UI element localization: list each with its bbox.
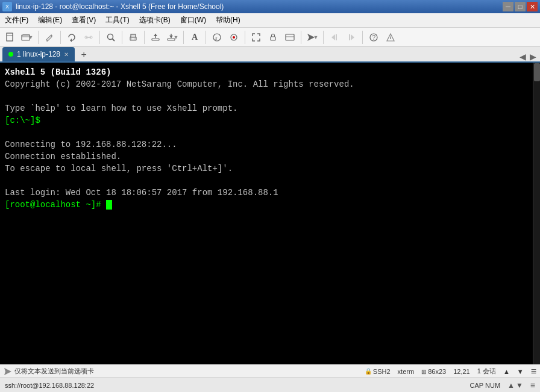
toolbar-compose-btn[interactable]	[282, 30, 298, 45]
toolbar: ▼ ▼ A s ▼	[0, 28, 540, 47]
tab-nav-right[interactable]: ▶	[529, 52, 538, 61]
send-icon	[4, 367, 12, 376]
toolbar-upload-btn[interactable]	[148, 30, 163, 45]
terminal-line-1: Xshell 5 (Build 1326)	[5, 66, 528, 78]
statusbar-cursor-pos: 12,21	[453, 368, 470, 375]
close-button[interactable]: ✕	[527, 2, 538, 11]
terminal-line-4: Type `help' to learn how to use Xshell p…	[5, 102, 528, 114]
maximize-button[interactable]: □	[515, 2, 526, 11]
svg-rect-23	[271, 37, 275, 40]
terminal-line-2: Copyright (c) 2002-2017 NetSarang Comput…	[5, 78, 528, 90]
svg-marker-18	[169, 36, 173, 38]
menu-file[interactable]: 文件(F)	[0, 13, 33, 27]
svg-marker-4	[70, 39, 72, 42]
terminal-line-11: Last login: Wed Oct 18 18:06:57 2017 fro…	[5, 187, 528, 199]
terminal-container: Xshell 5 (Build 1326) Copyright (c) 2002…	[0, 63, 540, 364]
toolbar-open-btn[interactable]: ▼	[19, 30, 35, 45]
svg-marker-29	[351, 34, 354, 40]
statusbar-cols-rows: ⊞ 86x23	[421, 368, 446, 375]
svg-text:?: ?	[372, 34, 376, 41]
toolbar-info-btn[interactable]	[383, 30, 398, 45]
infobar-cap-num: CAP NUM	[470, 382, 501, 389]
toolbar-script-btn[interactable]: s	[209, 30, 225, 45]
toolbar-prev-btn[interactable]	[327, 30, 342, 45]
menu-tabs[interactable]: 选项卡(B)	[134, 13, 175, 27]
svg-rect-30	[349, 34, 350, 40]
statusbar-down-arrow[interactable]: ▼	[517, 368, 524, 375]
tab-nav-left[interactable]: ◀	[518, 52, 527, 61]
svg-marker-15	[154, 34, 157, 36]
toolbar-sep-2	[60, 31, 61, 44]
tab-status-dot	[8, 52, 13, 57]
lock-icon: 🔒	[365, 368, 372, 375]
statusbar-right: 🔒 SSH2 xterm ⊞ 86x23 12,21 1 会话 ▲ ▼ ≡	[365, 366, 536, 377]
new-tab-button[interactable]: +	[77, 48, 90, 61]
toolbar-sep-7	[206, 31, 206, 44]
tab-nav: ◀ ▶	[518, 52, 540, 61]
menu-edit[interactable]: 编辑(E)	[33, 13, 67, 27]
svg-rect-13	[152, 39, 159, 40]
tab-linux-ip-128[interactable]: 1 linux-ip-128 ✕	[2, 47, 75, 61]
toolbar-download-btn[interactable]: ▼	[165, 30, 180, 45]
svg-rect-0	[7, 33, 13, 41]
toolbar-disconnect-btn[interactable]	[81, 30, 96, 45]
svg-point-8	[108, 34, 113, 39]
toolbar-fullscreen-btn[interactable]	[248, 30, 264, 45]
toolbar-help-btn[interactable]: ?	[366, 30, 381, 45]
toolbar-sep-8	[245, 31, 245, 44]
terminal-scrollbar[interactable]	[533, 63, 540, 364]
infobar-up-arrow[interactable]: ▲	[507, 381, 515, 390]
tab-close-btn[interactable]: ✕	[64, 51, 69, 58]
scroll-thumb[interactable]	[534, 63, 540, 81]
menu-tools[interactable]: 工具(T)	[101, 13, 134, 27]
statusbar-ssh: 🔒 SSH2	[365, 368, 391, 375]
menubar: 文件(F) 编辑(E) 查看(V) 工具(T) 选项卡(B) 窗口(W) 帮助(…	[0, 13, 540, 28]
terminal-line-5: [c:\~]$	[5, 114, 528, 126]
minimize-button[interactable]: ─	[503, 2, 513, 11]
window-controls: ─ □ ✕	[503, 2, 538, 11]
terminal-line-7: Connecting to 192.168.88.128:22...	[5, 138, 528, 151]
statusbar-xterm: xterm	[398, 368, 415, 375]
toolbar-new-btn[interactable]	[2, 30, 18, 45]
statusbar-up-arrow[interactable]: ▲	[503, 368, 510, 375]
svg-rect-11	[131, 34, 136, 37]
menu-help[interactable]: 帮助(H)	[211, 13, 245, 27]
toolbar-next-btn[interactable]	[344, 30, 359, 45]
terminal-line-8: Connection established.	[5, 151, 528, 163]
toolbar-sep-3	[99, 31, 100, 44]
svg-rect-12	[131, 38, 135, 40]
svg-rect-28	[336, 34, 337, 40]
tab-label: 1 linux-ip-128	[17, 50, 60, 58]
toolbar-record-btn[interactable]	[226, 30, 242, 45]
tabbar: 1 linux-ip-128 ✕ + ◀ ▶	[0, 47, 540, 63]
infobar-menu[interactable]: ≡	[530, 381, 535, 390]
titlebar-left: X linux-ip-128 - root@localhost:~ - Xshe…	[2, 2, 224, 11]
titlebar-title: linux-ip-128 - root@localhost:~ - Xshell…	[16, 2, 224, 11]
toolbar-font-btn[interactable]: A	[187, 30, 202, 45]
statusbar-menu-icon[interactable]: ≡	[531, 366, 536, 377]
terminal[interactable]: Xshell 5 (Build 1326) Copyright (c) 2002…	[0, 63, 533, 364]
svg-text:s: s	[215, 35, 218, 41]
toolbar-lock-btn[interactable]	[265, 30, 281, 45]
menu-view[interactable]: 查看(V)	[67, 13, 101, 27]
infobar-right: CAP NUM ▲ ▼ ≡	[470, 381, 535, 390]
toolbar-sep-5	[144, 31, 145, 44]
menu-window[interactable]: 窗口(W)	[175, 13, 211, 27]
terminal-line-6	[5, 126, 528, 138]
svg-marker-36	[4, 368, 11, 375]
svg-marker-27	[331, 34, 335, 40]
toolbar-send-btn[interactable]: ▼	[304, 30, 320, 45]
statusbar: 仅将文本发送到当前选项卡 🔒 SSH2 xterm ⊞ 86x23 12,21 …	[0, 364, 540, 378]
toolbar-find-btn[interactable]	[103, 30, 119, 45]
svg-rect-24	[286, 34, 294, 40]
toolbar-reconnect-btn[interactable]	[64, 30, 80, 45]
toolbar-edit-btn[interactable]	[42, 30, 57, 45]
toolbar-sep-11	[362, 31, 363, 44]
toolbar-sep-6	[183, 31, 184, 44]
statusbar-send: 仅将文本发送到当前选项卡	[4, 367, 365, 376]
infobar-down-arrow[interactable]: ▼	[516, 381, 523, 390]
toolbar-print-btn[interactable]	[125, 30, 141, 45]
terminal-cursor	[106, 200, 112, 210]
terminal-line-3	[5, 90, 528, 102]
terminal-line-10	[5, 175, 528, 187]
